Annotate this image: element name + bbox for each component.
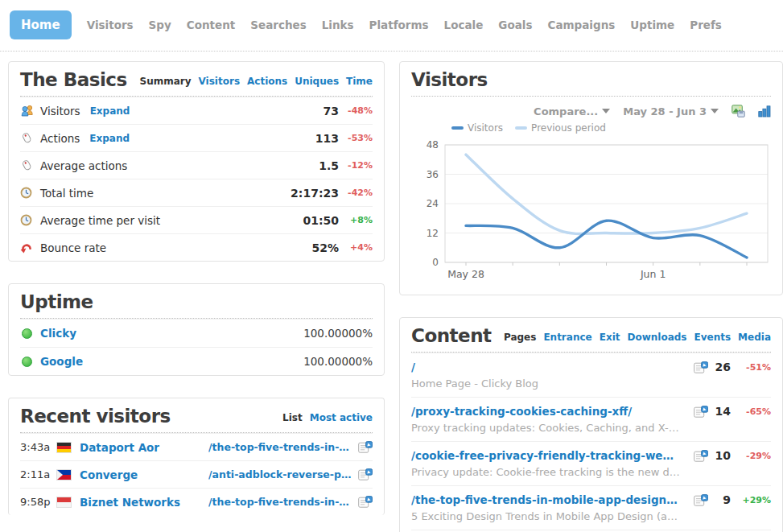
clock-icon [20,214,36,226]
nav-tab-visitors[interactable]: Visitors [87,19,134,31]
nav-tab-home[interactable]: Home [10,10,72,39]
visitor-row: 3:43a Dataport Aor /the-top-five-trends-… [20,433,373,460]
visitor-org-link[interactable]: Converge [80,468,208,481]
save-chart-image-icon[interactable] [731,105,745,118]
visitor-org-link[interactable]: Biznet Networks [80,496,208,509]
nav-tab-goals[interactable]: Goals [498,19,532,31]
visitors-chart-panel: Visitors Compare... May 28 - Jun 3 Visit… [399,61,783,295]
visitors-chart-title: Visitors [411,69,488,90]
stat-value: 52% [282,241,339,254]
bar-chart-icon[interactable] [758,105,771,118]
stat-label: Actions [40,132,80,145]
svg-text:May 28: May 28 [447,268,484,280]
expand-link[interactable]: Expand [89,133,130,144]
stat-row-bounce-rate: Bounce rate 52% +4% [20,233,373,261]
nav-tab-uptime[interactable]: Uptime [630,19,674,31]
content-title: Content [411,325,492,346]
svg-text:12: 12 [427,228,439,239]
nav-tab-links[interactable]: Links [322,19,354,31]
uptime-service-link[interactable]: Google [40,355,83,368]
session-icon[interactable] [694,406,708,418]
session-icon[interactable] [694,494,708,506]
visited-page-link[interactable]: /anti-adblock-reverse-proxy... [208,468,352,480]
stat-row-average-actions: Average actions 1.5 -12% [20,151,373,179]
page-change: -29% [737,451,771,461]
basics-tab-actions[interactable]: Actions [247,76,287,87]
nav-tab-prefs[interactable]: Prefs [690,19,722,31]
visited-page-link[interactable]: /the-top-five-trends-in-mob... [208,441,352,453]
content-row: /proxy-tracking-cookies-caching-xff/ Pro… [411,397,771,441]
nav-tab-content[interactable]: Content [187,19,235,31]
page-count: 9 [715,493,731,506]
basics-tab-time[interactable]: Time [346,76,373,87]
stat-change: -48% [339,105,373,116]
page-link[interactable]: / [411,359,681,376]
recent-tabs: List Most active [282,412,373,427]
nav-tab-searches[interactable]: Searches [250,19,306,31]
germany-flag-icon [57,443,71,452]
content-tabs: Pages Entrance Exit Downloads Events Med… [504,332,771,346]
visitor-row: 9:58p Biznet Networks /the-top-five-tren… [20,488,373,515]
page-change: +29% [737,495,771,505]
session-icon[interactable] [358,441,373,453]
basics-tab-uniques[interactable]: Uniques [295,76,339,87]
basics-tab-summary[interactable]: Summary [140,76,192,87]
visit-time: 3:43a [20,441,57,453]
session-icon[interactable] [358,496,373,508]
visit-time: 2:11a [20,468,57,480]
compare-dropdown[interactable]: Compare... [534,105,610,118]
content-panel: Content Pages Entrance Exit Downloads Ev… [399,317,783,532]
nav-tab-campaigns[interactable]: Campaigns [548,19,616,31]
stat-value: 01:50 [282,214,339,227]
session-icon[interactable] [358,468,373,480]
basics-title: The Basics [20,69,127,90]
people-icon [20,105,36,117]
content-tab-events[interactable]: Events [694,332,731,343]
recent-tab-most-active[interactable]: Most active [310,412,373,423]
stat-label: Average actions [40,159,127,172]
stat-row-average-time: Average time per visit 01:50 +8% [20,206,373,233]
nav-tab-locale[interactable]: Locale [444,19,484,31]
stat-change: -12% [339,160,373,171]
date-range-label: May 28 - Jun 3 [623,105,707,118]
uptime-row-clicky: Clicky 100.00000% [20,319,373,347]
basics-tab-visitors[interactable]: Visitors [199,76,241,87]
stat-value: 113 [282,132,339,145]
visited-page-link[interactable]: /the-top-five-trends-in-mob... [208,496,352,508]
mouse-icon [20,132,36,144]
chart-legend: Visitors Previous period [451,122,771,134]
stat-row-actions: Actions Expand 113 -53% [20,124,373,151]
content-tab-exit[interactable]: Exit [600,332,620,343]
clock-icon [20,187,36,199]
recent-visitors-title: Recent visitors [20,406,171,427]
uptime-service-link[interactable]: Clicky [40,327,76,340]
legend-label: Previous period [531,122,606,134]
nav-tab-platforms[interactable]: Platforms [369,19,429,31]
expand-link[interactable]: Expand [90,105,130,117]
session-icon[interactable] [694,361,708,373]
page-link[interactable]: /proxy-tracking-cookies-caching-xff/ [411,403,681,420]
legend-item-previous-period[interactable]: Previous period [515,122,606,134]
stat-label: Visitors [40,105,80,118]
recent-tab-list[interactable]: List [282,412,303,423]
nav-tab-spy[interactable]: Spy [149,19,171,31]
legend-item-visitors[interactable]: Visitors [451,122,503,134]
content-tab-media[interactable]: Media [738,332,771,343]
visitor-org-link[interactable]: Dataport Aor [80,441,208,454]
mouse-icon [20,159,36,171]
page-link[interactable]: /cookie-free-privacy-friendly-tracking-w… [411,447,681,464]
svg-text:0: 0 [432,257,439,268]
date-range-dropdown[interactable]: May 28 - Jun 3 [623,105,719,118]
content-tab-entrance[interactable]: Entrance [543,332,591,343]
page-change: -51% [737,362,771,373]
stat-label: Total time [40,187,93,200]
page-link[interactable]: /the-top-five-trends-in-mobile-app-desig… [411,492,681,509]
top-nav: Home Visitors Spy Content Searches Links… [0,0,783,52]
stat-label: Average time per visit [40,214,160,227]
previous-period-series-swatch [515,126,527,130]
session-icon[interactable] [694,450,708,462]
indonesia-flag-icon [57,497,71,507]
content-tab-pages[interactable]: Pages [504,332,536,343]
content-tab-downloads[interactable]: Downloads [627,332,686,343]
uptime-value: 100.00000% [303,355,373,368]
